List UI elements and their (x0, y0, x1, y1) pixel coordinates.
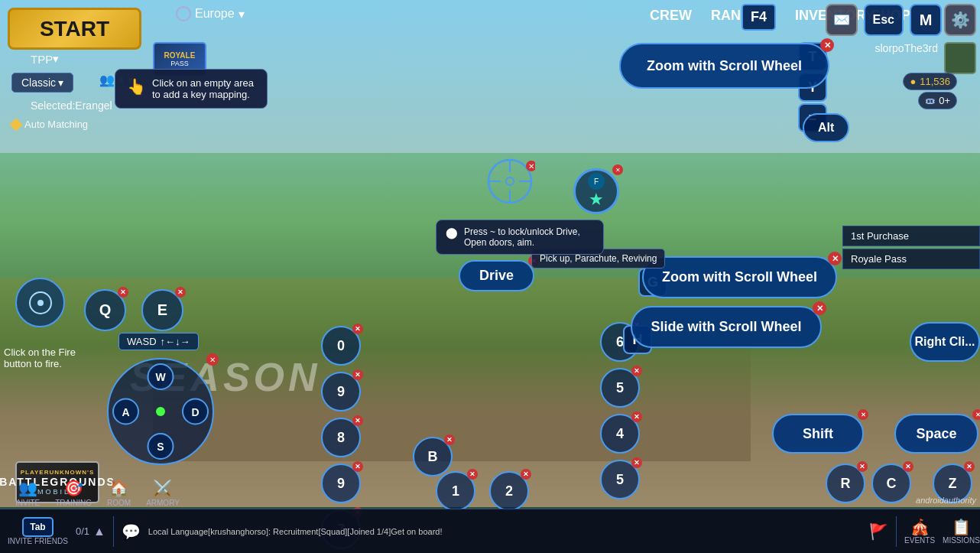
invite-nav[interactable]: 👥 INVITE (15, 479, 40, 507)
close-icon-2[interactable]: ✕ (828, 252, 842, 265)
m-key-btn[interactable]: M (910, 4, 942, 36)
s-key[interactable]: S (148, 433, 174, 460)
right-click-btn[interactable]: Right Cli... (910, 322, 980, 362)
alt-key-btn[interactable]: Alt (803, 113, 849, 142)
w-key[interactable]: W (148, 363, 174, 390)
key4-close[interactable]: ✕ (631, 411, 642, 422)
missions-btn[interactable]: 📋 MISSIONS (943, 518, 980, 545)
key5a-close[interactable]: ✕ (631, 366, 642, 376)
key9b-close[interactable]: ✕ (352, 461, 363, 472)
e-key-btn[interactable]: ✕ E (141, 289, 183, 331)
tpp-selector[interactable]: TPP ▾ (31, 52, 59, 66)
esc-label: Esc (873, 13, 894, 27)
mail-icon: ✉️ (833, 11, 850, 28)
star-f-button[interactable]: F ★ ✕ (573, 168, 619, 214)
key-0[interactable]: ✕ 0 (321, 326, 361, 366)
key-2[interactable]: ✕ 2 (489, 471, 529, 511)
region-selector[interactable]: Europe ▾ (176, 6, 245, 21)
expand-icon[interactable]: ▲ (93, 525, 105, 538)
zoom-scroll-label-2: Zoom with Scroll Wheel (662, 269, 817, 285)
training-nav[interactable]: 🎯 TRAINING (55, 479, 92, 507)
invite-nav-label: INVITE (15, 499, 40, 507)
key0-close[interactable]: ✕ (352, 324, 363, 334)
armory-nav[interactable]: ⚔️ ARMORY (146, 479, 180, 507)
count-label: 0/1 (76, 525, 89, 537)
tab-key[interactable]: Tab (22, 517, 53, 537)
key-9a[interactable]: ✕ 9 (321, 372, 361, 411)
b-close[interactable]: ✕ (444, 434, 455, 445)
crew-nav-btn[interactable]: CREW (642, 4, 699, 28)
drive-button[interactable]: ✕ Drive (459, 260, 534, 291)
r-label: R (841, 476, 851, 492)
key-5a[interactable]: ✕ 5 (600, 368, 640, 408)
f4-btn[interactable]: F4 (741, 4, 776, 31)
key-8[interactable]: ✕ 8 (321, 418, 361, 457)
right-click-label: Right Cli... (914, 335, 975, 349)
events-btn[interactable]: 🎪 EVENTS (904, 518, 935, 545)
e-close-icon[interactable]: ✕ (175, 287, 186, 298)
key9a-close[interactable]: ✕ (352, 369, 363, 380)
classic-mode-btn[interactable]: Classic ▾ (11, 73, 73, 93)
c-close[interactable]: ✕ (903, 461, 913, 472)
zoom-scroll-tooltip-2[interactable]: ✕ Zoom with Scroll Wheel (642, 256, 837, 298)
space-close[interactable]: ✕ (972, 409, 980, 420)
slide-scroll-label: Slide with Scroll Wheel (651, 319, 801, 335)
profile-name: slorpoThe3rd (875, 42, 939, 54)
key8-close[interactable]: ✕ (352, 415, 363, 426)
start-button[interactable]: START (8, 8, 141, 50)
esc-key-btn[interactable]: Esc (864, 4, 904, 36)
fire-tooltip: Click on the Fire button to fire. (4, 346, 103, 369)
space-key-btn[interactable]: ✕ Space (894, 414, 978, 454)
tab-btn[interactable]: Tab INVITE FRIENDS (8, 517, 68, 545)
aim-reticle[interactable]: ✕ (485, 157, 535, 207)
shift-label: Shift (803, 426, 833, 442)
mode-selector[interactable]: Classic ▾ (11, 73, 73, 93)
royale-pass-sub: PASS (170, 60, 188, 67)
ranked-label: RAN (711, 8, 741, 23)
separator-2 (896, 516, 897, 547)
close-icon-1[interactable]: ✕ (820, 38, 834, 52)
key2-close[interactable]: ✕ (521, 469, 531, 480)
right-panel: 1st Purchase Royale Pass (842, 226, 980, 272)
wasd-close-icon[interactable]: ✕ (206, 353, 219, 366)
key5b-close[interactable]: ✕ (631, 457, 642, 468)
wasd-label-text: WASD (127, 336, 157, 347)
key-1[interactable]: ✕ 1 (436, 471, 475, 511)
tilde-text: Press ~ to lock/unlock Drive, Open doors… (464, 226, 594, 248)
tilde-icon: ⬤ (446, 226, 458, 239)
chat-content: Local Language[krushanghorso]: Recruitme… (148, 527, 443, 536)
c-key-btn[interactable]: ✕ C (871, 464, 911, 503)
coin-icon: ● (910, 76, 916, 87)
auto-matching[interactable]: Auto Matching (11, 119, 88, 130)
b-key-btn[interactable]: ✕ B (413, 437, 453, 477)
r-key-btn[interactable]: ✕ R (826, 464, 865, 503)
star-close-icon[interactable]: ✕ (612, 164, 623, 175)
key-5b[interactable]: ✕ 5 (600, 460, 640, 499)
d-key[interactable]: D (182, 398, 209, 425)
r-close[interactable]: ✕ (857, 461, 868, 472)
invite-icon: 👥 (18, 479, 37, 497)
zoom-scroll-tooltip-1[interactable]: ✕ Zoom with Scroll Wheel (619, 43, 829, 89)
key-4[interactable]: ✕ 4 (600, 414, 640, 454)
chat-icon-btn[interactable]: 💬 (122, 522, 141, 541)
shift-key-btn[interactable]: ✕ Shift (772, 414, 864, 454)
invite-label: INVITE FRIENDS (8, 537, 68, 545)
key-9b[interactable]: ✕ 9 (321, 464, 361, 503)
mail-btn[interactable]: ✉️ (826, 4, 858, 36)
royale-pass-item[interactable]: Royale Pass (842, 249, 980, 269)
fire-tooltip-text: Click on the Fire button to fire. (4, 346, 76, 369)
q-close-icon[interactable]: ✕ (118, 287, 128, 298)
flag-icon-btn[interactable]: 🚩 (869, 522, 888, 541)
settings-btn[interactable]: ⚙️ (944, 4, 976, 36)
fire-button[interactable] (15, 278, 65, 327)
room-nav[interactable]: 🏠 ROOM (107, 479, 131, 507)
key1-close[interactable]: ✕ (467, 469, 478, 480)
shift-close[interactable]: ✕ (858, 409, 868, 420)
first-purchase[interactable]: 1st Purchase (842, 226, 980, 246)
close-icon-3[interactable]: ✕ (813, 301, 826, 315)
q-key-btn[interactable]: ✕ Q (84, 289, 126, 331)
slide-scroll-tooltip[interactable]: ✕ Slide with Scroll Wheel (631, 306, 822, 348)
a-key[interactable]: A (112, 398, 139, 425)
q-label: Q (99, 301, 112, 319)
z-close[interactable]: ✕ (964, 461, 975, 472)
